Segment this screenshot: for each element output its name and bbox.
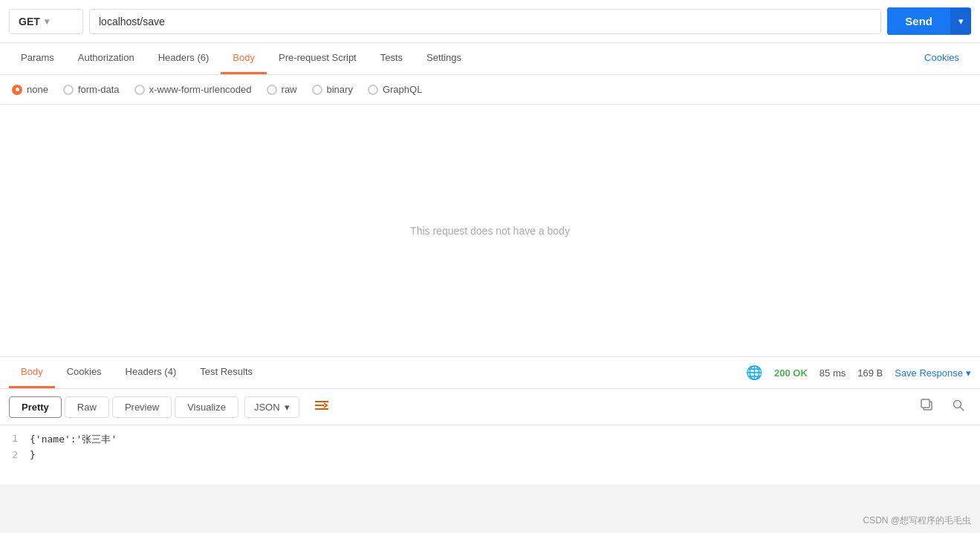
format-raw-button[interactable]: Raw: [65, 396, 109, 418]
status-size: 169 B: [857, 367, 883, 379]
no-body-area: This request does not have a body: [0, 105, 980, 357]
resp-tab-headers[interactable]: Headers (4): [114, 357, 189, 388]
response-code-area: 1 {'name':'张三丰' 2 }: [0, 425, 980, 485]
tab-body[interactable]: Body: [221, 43, 267, 74]
radio-form-data-dot: [63, 85, 74, 95]
tab-settings[interactable]: Settings: [415, 43, 473, 74]
method-select[interactable]: GET ▾: [9, 9, 83, 34]
response-status-area: 🌐 200 OK 85 ms 169 B Save Response ▾: [746, 364, 971, 381]
resp-tab-test-results[interactable]: Test Results: [188, 357, 265, 388]
code-line-2: 2 }: [0, 448, 980, 462]
line-content-1: {'name':'张三丰': [30, 433, 117, 446]
search-button[interactable]: [946, 396, 971, 418]
json-format-select[interactable]: JSON ▾: [244, 396, 299, 418]
body-option-raw-label: raw: [282, 84, 297, 95]
method-chevron: ▾: [45, 16, 49, 27]
send-button-group: Send ▾: [887, 7, 971, 35]
save-response-button[interactable]: Save Response ▾: [895, 367, 971, 379]
resp-tab-cookies[interactable]: Cookies: [55, 357, 114, 388]
json-label: JSON: [254, 402, 280, 413]
send-dropdown-button[interactable]: ▾: [950, 8, 971, 34]
url-input[interactable]: [89, 9, 881, 34]
body-option-form-data[interactable]: form-data: [63, 84, 120, 95]
radio-binary-dot: [312, 85, 322, 95]
response-tabs-bar: Body Cookies Headers (4) Test Results 🌐 …: [0, 357, 980, 389]
body-option-form-data-label: form-data: [78, 84, 120, 95]
body-option-none-label: none: [27, 84, 48, 95]
response-action-icons: [915, 396, 971, 418]
format-preview-button[interactable]: Preview: [112, 396, 172, 418]
response-toolbar: Pretty Raw Preview Visualize JSON ▾: [0, 389, 980, 425]
status-time: 85 ms: [820, 367, 846, 379]
line-content-2: }: [30, 449, 36, 460]
svg-line-6: [961, 408, 964, 411]
tab-authorization[interactable]: Authorization: [66, 43, 146, 74]
radio-none-dot: [12, 85, 22, 95]
tab-pre-request[interactable]: Pre-request Script: [267, 43, 369, 74]
body-option-raw[interactable]: raw: [267, 84, 297, 95]
copy-button[interactable]: [915, 396, 940, 418]
svg-rect-4: [921, 399, 929, 408]
format-visualize-button[interactable]: Visualize: [175, 396, 238, 418]
radio-urlencoded-dot: [134, 85, 145, 95]
body-option-graphql-label: GraphQL: [383, 84, 422, 95]
response-section: Body Cookies Headers (4) Test Results 🌐 …: [0, 357, 980, 485]
tab-tests[interactable]: Tests: [369, 43, 415, 74]
code-line-1: 1 {'name':'张三丰': [0, 431, 980, 448]
body-option-urlencoded-label: x-www-form-urlencoded: [149, 84, 252, 95]
no-body-text: This request does not have a body: [410, 225, 570, 237]
request-tabs: Params Authorization Headers (6) Body Pr…: [0, 43, 980, 75]
tab-headers[interactable]: Headers (6): [146, 43, 221, 74]
json-chevron-icon: ▾: [285, 402, 290, 413]
globe-icon: 🌐: [746, 364, 762, 381]
body-option-binary-label: binary: [327, 84, 353, 95]
radio-raw-dot: [267, 85, 277, 95]
resp-tab-body[interactable]: Body: [9, 357, 55, 388]
status-code: 200 OK: [774, 367, 808, 379]
body-option-none[interactable]: none: [12, 84, 48, 95]
method-label: GET: [19, 16, 40, 27]
send-button[interactable]: Send: [887, 7, 950, 35]
line-number-2: 2: [0, 449, 30, 460]
body-options: none form-data x-www-form-urlencoded raw…: [0, 75, 980, 105]
line-number-1: 1: [0, 433, 30, 444]
body-option-binary[interactable]: binary: [312, 84, 353, 95]
tab-cookies[interactable]: Cookies: [912, 43, 971, 74]
wrap-icon[interactable]: [308, 395, 335, 419]
body-option-urlencoded[interactable]: x-www-form-urlencoded: [134, 84, 252, 95]
url-bar: GET ▾ Send ▾: [0, 0, 980, 43]
format-pretty-button[interactable]: Pretty: [9, 396, 62, 418]
radio-graphql-dot: [368, 85, 378, 95]
tab-params[interactable]: Params: [9, 43, 66, 74]
body-option-graphql[interactable]: GraphQL: [368, 84, 422, 95]
